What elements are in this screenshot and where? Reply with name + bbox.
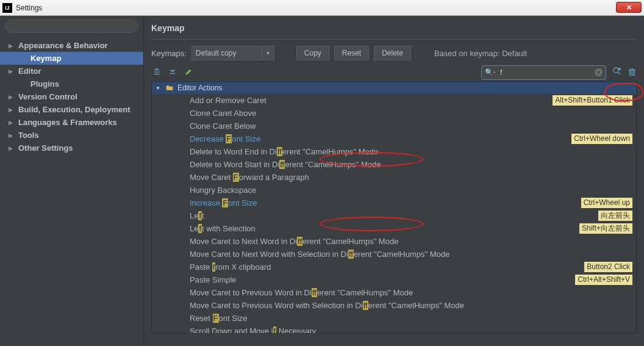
action-label: Clone Caret Above — [190, 109, 256, 118]
svg-rect-10 — [629, 70, 634, 74]
app-icon: IJ — [2, 3, 12, 13]
action-row[interactable]: Move Caret to Previous Word with Selecti… — [152, 299, 636, 312]
sidebar-item-label: Languages & Frameworks — [18, 118, 117, 127]
action-row[interactable]: Move Caret Forward a Paragraph — [152, 171, 636, 184]
chevron-right-icon: ▶ — [9, 43, 15, 49]
action-label: Increase Font Size — [190, 198, 257, 207]
action-row[interactable]: Move Caret to Next Word in Different "Ca… — [152, 235, 636, 248]
svg-point-9 — [618, 68, 621, 70]
svg-line-8 — [618, 72, 620, 74]
shortcut-badge: 向左箭头 — [598, 211, 632, 221]
shortcut-badge: Ctrl+Wheel up — [581, 198, 632, 208]
reset-button[interactable]: Reset — [334, 46, 369, 60]
sidebar-item-plugins[interactable]: Plugins — [0, 77, 143, 90]
chevron-right-icon: ▶ — [9, 107, 15, 113]
action-row[interactable]: Delete to Word Start in Different "Camel… — [152, 158, 636, 171]
action-row[interactable]: Clone Caret Above — [152, 107, 636, 120]
sidebar-item-label: Build, Execution, Deployment — [18, 105, 130, 114]
sidebar-item-tools[interactable]: ▶Tools — [0, 129, 143, 142]
sidebar-item-build-execution-deployment[interactable]: ▶Build, Execution, Deployment — [0, 103, 143, 116]
sidebar-item-editor[interactable]: ▶Editor — [0, 65, 143, 77]
action-label: Delete to Word Start in Different "Camel… — [190, 160, 381, 169]
action-row[interactable]: Left向左箭头 — [152, 209, 636, 222]
action-row[interactable]: Scroll Down and Move if Necessary — [152, 325, 636, 334]
keymaps-dropdown[interactable]: Default copy ▼ — [191, 46, 274, 60]
shortcut-badge: Ctrl+Wheel down — [571, 134, 632, 144]
action-label: Hungry Backspace — [190, 186, 256, 195]
based-on-label: Based on keymap: Default — [434, 49, 527, 58]
divider — [151, 39, 637, 40]
shortcut-badge: Alt+Shift+Button1 Click — [553, 95, 632, 106]
chevron-down-icon: ▼ — [262, 46, 274, 60]
sidebar-item-languages-frameworks[interactable]: ▶Languages & Frameworks — [0, 116, 143, 129]
sidebar-item-label: Keymap — [30, 54, 62, 63]
chevron-right-icon: ▶ — [9, 132, 15, 139]
action-label: Left — [190, 211, 204, 220]
action-row[interactable]: Move Caret to Next Word with Selection i… — [152, 248, 636, 261]
edit-icon[interactable] — [183, 67, 194, 77]
chevron-right-icon: ▶ — [9, 94, 15, 100]
action-row[interactable]: Paste SimpleCtrl+Alt+Shift+V — [152, 273, 636, 286]
delete-button[interactable]: Delete — [374, 46, 411, 60]
expand-all-icon[interactable] — [151, 67, 162, 77]
action-row[interactable]: Reset Font Size — [152, 312, 636, 325]
sidebar-item-keymap[interactable]: Keymap — [0, 52, 143, 65]
action-group-label: Editor Actions — [177, 84, 222, 92]
sidebar-item-label: Editor — [18, 67, 41, 76]
action-label: Decrease Font Size — [190, 134, 260, 143]
shortcut-badge: Shift+向左箭头 — [579, 223, 632, 234]
action-label: Move Caret to Next Word in Different "Ca… — [190, 237, 398, 246]
copy-button[interactable]: Copy — [296, 46, 329, 60]
action-label: Move Caret to Previous Word in Different… — [190, 288, 413, 297]
keymaps-label: Keymaps: — [151, 49, 187, 58]
sidebar-item-appearance-behavior[interactable]: ▶Appearance & Behavior — [0, 39, 143, 52]
action-tree[interactable]: ▼ Editor Actions Add or Remove CaretAlt+… — [151, 81, 637, 334]
window-title: Settings — [16, 4, 42, 12]
folder-icon — [165, 84, 174, 92]
chevron-right-icon: ▶ — [9, 120, 15, 126]
action-row[interactable]: Hungry Backspace — [152, 184, 636, 196]
action-label: Add or Remove Caret — [190, 96, 267, 105]
settings-sidebar: ▶Appearance & BehaviorKeymap▶EditorPlugi… — [0, 16, 144, 346]
action-search-input[interactable] — [481, 65, 606, 80]
action-label: Move Caret to Next Word with Selection i… — [190, 250, 449, 259]
action-label: Paste Simple — [190, 275, 237, 284]
titlebar: IJ Settings — [0, 0, 644, 16]
find-by-shortcut-icon[interactable] — [612, 67, 622, 76]
disclosure-icon: ▼ — [156, 85, 160, 91]
sidebar-item-label: Appearance & Behavior — [18, 41, 108, 50]
action-row[interactable]: Paste from X clipboardButton2 Click — [152, 261, 636, 273]
svg-point-7 — [614, 68, 618, 73]
sidebar-item-label: Other Settings — [18, 143, 73, 153]
action-label: Left with Selection — [190, 224, 256, 233]
sidebar-item-other-settings[interactable]: ▶Other Settings — [0, 142, 143, 154]
action-label: Move Caret Forward a Paragraph — [190, 173, 309, 182]
action-group-header[interactable]: ▼ Editor Actions — [152, 82, 636, 94]
chevron-right-icon: ▶ — [9, 68, 15, 74]
action-row[interactable]: Decrease Font SizeCtrl+Wheel down — [152, 132, 636, 145]
action-label: Paste from X clipboard — [190, 262, 271, 272]
action-row[interactable]: Delete to Word End in Different "CamelHu… — [152, 145, 636, 158]
action-row[interactable]: Move Caret to Previous Word in Different… — [152, 286, 636, 299]
clear-search-icon[interactable]: ✕ — [595, 68, 603, 76]
action-row[interactable]: Left with SelectionShift+向左箭头 — [152, 222, 636, 235]
action-label: Delete to Word End in Different "CamelHu… — [190, 147, 378, 156]
action-label: Reset Font Size — [190, 314, 248, 323]
sidebar-item-label: Version Control — [18, 92, 77, 101]
shortcut-badge: Button2 Click — [584, 262, 632, 272]
action-row[interactable]: Add or Remove CaretAlt+Shift+Button1 Cli… — [152, 94, 636, 107]
window-close-button[interactable] — [616, 2, 642, 13]
shortcut-badge: Ctrl+Alt+Shift+V — [575, 275, 632, 285]
search-icon: 🔍▾ — [485, 68, 496, 76]
sidebar-item-version-control[interactable]: ▶Version Control — [0, 90, 143, 103]
sidebar-search-input[interactable] — [5, 20, 138, 33]
action-label: Clone Caret Below — [190, 121, 256, 131]
action-label: Scroll Down and Move if Necessary — [190, 326, 316, 334]
keymaps-selected: Default copy — [196, 49, 237, 57]
action-row[interactable]: Increase Font SizeCtrl+Wheel up — [152, 196, 636, 209]
sidebar-item-label: Plugins — [30, 79, 59, 88]
sidebar-item-label: Tools — [18, 131, 39, 140]
trash-icon[interactable] — [627, 67, 637, 76]
collapse-all-icon[interactable] — [167, 67, 178, 77]
action-row[interactable]: Clone Caret Below — [152, 120, 636, 132]
